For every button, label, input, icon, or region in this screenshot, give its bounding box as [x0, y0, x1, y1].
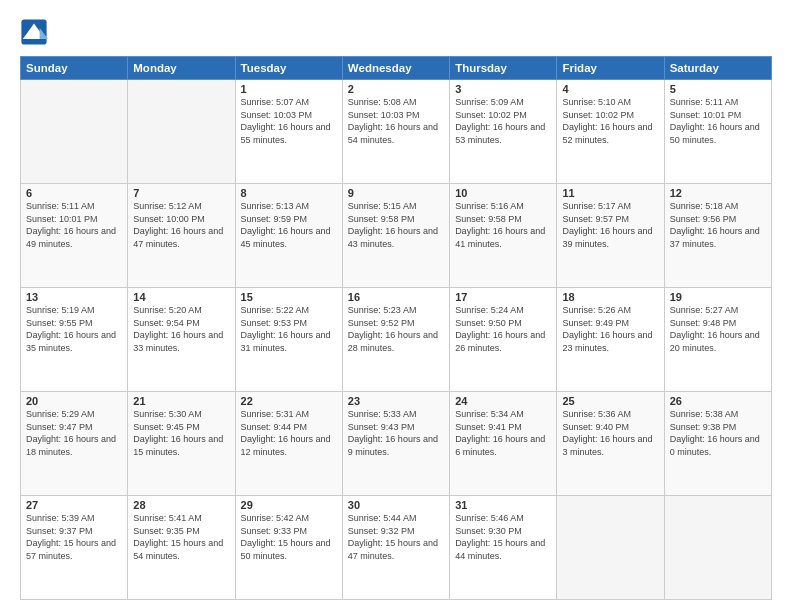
week-row-3: 13Sunrise: 5:19 AMSunset: 9:55 PMDayligh… [21, 288, 772, 392]
day-number: 15 [241, 291, 337, 303]
day-info: Sunrise: 5:27 AMSunset: 9:48 PMDaylight:… [670, 304, 766, 354]
day-number: 4 [562, 83, 658, 95]
logo [20, 18, 50, 46]
week-row-4: 20Sunrise: 5:29 AMSunset: 9:47 PMDayligh… [21, 392, 772, 496]
day-number: 29 [241, 499, 337, 511]
calendar-page: SundayMondayTuesdayWednesdayThursdayFrid… [0, 0, 792, 612]
calendar-cell [557, 496, 664, 600]
calendar-cell: 15Sunrise: 5:22 AMSunset: 9:53 PMDayligh… [235, 288, 342, 392]
calendar-cell: 26Sunrise: 5:38 AMSunset: 9:38 PMDayligh… [664, 392, 771, 496]
day-info: Sunrise: 5:44 AMSunset: 9:32 PMDaylight:… [348, 512, 444, 562]
calendar-cell: 24Sunrise: 5:34 AMSunset: 9:41 PMDayligh… [450, 392, 557, 496]
calendar-cell [21, 80, 128, 184]
calendar-cell: 17Sunrise: 5:24 AMSunset: 9:50 PMDayligh… [450, 288, 557, 392]
calendar-cell: 31Sunrise: 5:46 AMSunset: 9:30 PMDayligh… [450, 496, 557, 600]
day-info: Sunrise: 5:26 AMSunset: 9:49 PMDaylight:… [562, 304, 658, 354]
day-number: 12 [670, 187, 766, 199]
day-info: Sunrise: 5:22 AMSunset: 9:53 PMDaylight:… [241, 304, 337, 354]
day-number: 30 [348, 499, 444, 511]
calendar-cell: 23Sunrise: 5:33 AMSunset: 9:43 PMDayligh… [342, 392, 449, 496]
day-number: 31 [455, 499, 551, 511]
week-row-5: 27Sunrise: 5:39 AMSunset: 9:37 PMDayligh… [21, 496, 772, 600]
logo-icon [20, 18, 48, 46]
day-info: Sunrise: 5:29 AMSunset: 9:47 PMDaylight:… [26, 408, 122, 458]
day-info: Sunrise: 5:23 AMSunset: 9:52 PMDaylight:… [348, 304, 444, 354]
day-info: Sunrise: 5:13 AMSunset: 9:59 PMDaylight:… [241, 200, 337, 250]
day-info: Sunrise: 5:33 AMSunset: 9:43 PMDaylight:… [348, 408, 444, 458]
calendar-table: SundayMondayTuesdayWednesdayThursdayFrid… [20, 56, 772, 600]
day-info: Sunrise: 5:09 AMSunset: 10:02 PMDaylight… [455, 96, 551, 146]
calendar-cell: 29Sunrise: 5:42 AMSunset: 9:33 PMDayligh… [235, 496, 342, 600]
day-number: 10 [455, 187, 551, 199]
calendar-cell: 1Sunrise: 5:07 AMSunset: 10:03 PMDayligh… [235, 80, 342, 184]
calendar-cell: 4Sunrise: 5:10 AMSunset: 10:02 PMDayligh… [557, 80, 664, 184]
day-info: Sunrise: 5:46 AMSunset: 9:30 PMDaylight:… [455, 512, 551, 562]
day-header-tuesday: Tuesday [235, 57, 342, 80]
calendar-cell: 30Sunrise: 5:44 AMSunset: 9:32 PMDayligh… [342, 496, 449, 600]
calendar-cell: 11Sunrise: 5:17 AMSunset: 9:57 PMDayligh… [557, 184, 664, 288]
day-info: Sunrise: 5:07 AMSunset: 10:03 PMDaylight… [241, 96, 337, 146]
calendar-cell: 3Sunrise: 5:09 AMSunset: 10:02 PMDayligh… [450, 80, 557, 184]
day-info: Sunrise: 5:36 AMSunset: 9:40 PMDaylight:… [562, 408, 658, 458]
calendar-cell: 10Sunrise: 5:16 AMSunset: 9:58 PMDayligh… [450, 184, 557, 288]
calendar-cell: 12Sunrise: 5:18 AMSunset: 9:56 PMDayligh… [664, 184, 771, 288]
calendar-cell: 21Sunrise: 5:30 AMSunset: 9:45 PMDayligh… [128, 392, 235, 496]
calendar-cell: 5Sunrise: 5:11 AMSunset: 10:01 PMDayligh… [664, 80, 771, 184]
day-info: Sunrise: 5:16 AMSunset: 9:58 PMDaylight:… [455, 200, 551, 250]
day-number: 18 [562, 291, 658, 303]
calendar-cell: 2Sunrise: 5:08 AMSunset: 10:03 PMDayligh… [342, 80, 449, 184]
calendar-cell [664, 496, 771, 600]
day-number: 8 [241, 187, 337, 199]
day-info: Sunrise: 5:17 AMSunset: 9:57 PMDaylight:… [562, 200, 658, 250]
day-number: 2 [348, 83, 444, 95]
day-number: 16 [348, 291, 444, 303]
day-info: Sunrise: 5:12 AMSunset: 10:00 PMDaylight… [133, 200, 229, 250]
day-header-friday: Friday [557, 57, 664, 80]
calendar-cell: 8Sunrise: 5:13 AMSunset: 9:59 PMDaylight… [235, 184, 342, 288]
day-info: Sunrise: 5:10 AMSunset: 10:02 PMDaylight… [562, 96, 658, 146]
calendar-cell: 9Sunrise: 5:15 AMSunset: 9:58 PMDaylight… [342, 184, 449, 288]
calendar-cell: 28Sunrise: 5:41 AMSunset: 9:35 PMDayligh… [128, 496, 235, 600]
day-header-wednesday: Wednesday [342, 57, 449, 80]
calendar-cell: 19Sunrise: 5:27 AMSunset: 9:48 PMDayligh… [664, 288, 771, 392]
day-number: 3 [455, 83, 551, 95]
day-header-sunday: Sunday [21, 57, 128, 80]
page-header [20, 18, 772, 46]
calendar-cell: 7Sunrise: 5:12 AMSunset: 10:00 PMDayligh… [128, 184, 235, 288]
day-number: 11 [562, 187, 658, 199]
calendar-cell: 6Sunrise: 5:11 AMSunset: 10:01 PMDayligh… [21, 184, 128, 288]
day-info: Sunrise: 5:41 AMSunset: 9:35 PMDaylight:… [133, 512, 229, 562]
calendar-cell: 22Sunrise: 5:31 AMSunset: 9:44 PMDayligh… [235, 392, 342, 496]
day-number: 23 [348, 395, 444, 407]
calendar-cell: 13Sunrise: 5:19 AMSunset: 9:55 PMDayligh… [21, 288, 128, 392]
day-number: 24 [455, 395, 551, 407]
day-info: Sunrise: 5:42 AMSunset: 9:33 PMDaylight:… [241, 512, 337, 562]
calendar-cell: 14Sunrise: 5:20 AMSunset: 9:54 PMDayligh… [128, 288, 235, 392]
day-number: 25 [562, 395, 658, 407]
calendar-cell: 20Sunrise: 5:29 AMSunset: 9:47 PMDayligh… [21, 392, 128, 496]
day-info: Sunrise: 5:24 AMSunset: 9:50 PMDaylight:… [455, 304, 551, 354]
day-number: 21 [133, 395, 229, 407]
day-info: Sunrise: 5:11 AMSunset: 10:01 PMDaylight… [26, 200, 122, 250]
day-info: Sunrise: 5:08 AMSunset: 10:03 PMDaylight… [348, 96, 444, 146]
day-number: 17 [455, 291, 551, 303]
calendar-header-row: SundayMondayTuesdayWednesdayThursdayFrid… [21, 57, 772, 80]
calendar-cell: 27Sunrise: 5:39 AMSunset: 9:37 PMDayligh… [21, 496, 128, 600]
day-header-thursday: Thursday [450, 57, 557, 80]
day-info: Sunrise: 5:38 AMSunset: 9:38 PMDaylight:… [670, 408, 766, 458]
day-number: 22 [241, 395, 337, 407]
day-info: Sunrise: 5:20 AMSunset: 9:54 PMDaylight:… [133, 304, 229, 354]
day-number: 6 [26, 187, 122, 199]
day-number: 28 [133, 499, 229, 511]
day-info: Sunrise: 5:18 AMSunset: 9:56 PMDaylight:… [670, 200, 766, 250]
day-header-saturday: Saturday [664, 57, 771, 80]
week-row-1: 1Sunrise: 5:07 AMSunset: 10:03 PMDayligh… [21, 80, 772, 184]
day-info: Sunrise: 5:30 AMSunset: 9:45 PMDaylight:… [133, 408, 229, 458]
calendar-cell: 16Sunrise: 5:23 AMSunset: 9:52 PMDayligh… [342, 288, 449, 392]
day-number: 9 [348, 187, 444, 199]
day-info: Sunrise: 5:34 AMSunset: 9:41 PMDaylight:… [455, 408, 551, 458]
day-number: 5 [670, 83, 766, 95]
calendar-cell [128, 80, 235, 184]
day-number: 19 [670, 291, 766, 303]
day-number: 13 [26, 291, 122, 303]
